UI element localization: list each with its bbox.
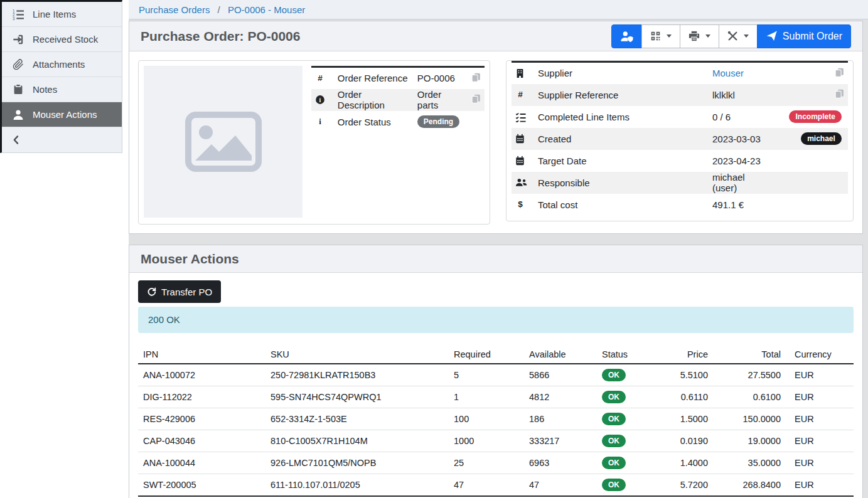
breadcrumb-link-current-order[interactable]: PO-0006 - Mouser bbox=[228, 4, 305, 15]
copy-icon[interactable] bbox=[835, 89, 844, 98]
breadcrumb: Purchase Orders / PO-0006 - Mouser bbox=[129, 0, 868, 19]
cell-ipn: RES-429006 bbox=[138, 408, 265, 430]
detail-value: PO-0006 bbox=[417, 73, 455, 83]
print-actions-button[interactable] bbox=[680, 24, 719, 48]
cell-total: 19.0000 bbox=[713, 430, 786, 452]
sidebar-item[interactable]: Mouser Actions bbox=[2, 102, 122, 127]
image-placeholder-icon bbox=[185, 112, 262, 172]
content-column: Purchase Orders / PO-0006 - Mouser Purch… bbox=[129, 0, 868, 498]
cell-total: 0.6100 bbox=[713, 386, 786, 408]
main-area: Purchase Orders / PO-0006 - Mouser Purch… bbox=[122, 0, 868, 498]
svg-text:#: # bbox=[318, 73, 323, 83]
detail-value: 0 / 6 bbox=[712, 112, 731, 122]
detail-row-icon bbox=[515, 68, 530, 78]
copy-icon[interactable] bbox=[471, 94, 481, 103]
detail-row: Supplier Mouser bbox=[512, 62, 848, 84]
cell-ipn: ANA-100044 bbox=[138, 452, 265, 474]
detail-label: Created bbox=[534, 128, 709, 150]
caret-down-icon bbox=[744, 34, 749, 38]
mouser-actions-title: Mouser Actions bbox=[141, 252, 239, 267]
col-ipn: IPN bbox=[138, 346, 265, 364]
breadcrumb-separator: / bbox=[218, 4, 220, 15]
copy-icon[interactable] bbox=[835, 68, 844, 77]
cell-price: 1.4000 bbox=[656, 452, 713, 474]
detail-label: Order Status bbox=[334, 111, 414, 133]
page-title: Purchase Order: PO-0006 bbox=[141, 29, 300, 44]
sidebar-item-label: Line Items bbox=[33, 9, 76, 19]
line-items-table: IPN SKU Required Available Status Price … bbox=[138, 346, 854, 498]
qrcode-icon bbox=[650, 31, 661, 41]
ok-badge: OK bbox=[602, 391, 626, 403]
cell-currency: EUR bbox=[786, 408, 854, 430]
detail-row: i Order Description Order parts bbox=[311, 89, 485, 111]
cell-sku: 595-SN74HCS74QPWRQ1 bbox=[265, 386, 449, 408]
sidebar-collapse-button[interactable] bbox=[2, 127, 122, 152]
cell-ipn: DIG-112022 bbox=[138, 386, 265, 408]
submit-order-button[interactable]: Submit Order bbox=[757, 24, 851, 48]
col-currency: Currency bbox=[786, 346, 854, 364]
ok-badge: OK bbox=[602, 457, 626, 469]
table-body: ANA-100072 250-72981KLRATR150B3 5 5866 O… bbox=[138, 364, 854, 496]
ok-badge: OK bbox=[602, 435, 626, 447]
detail-row: Completed Line Items 0 / 6 Incomplete bbox=[512, 106, 848, 128]
table-row: CAP-043046 810-C1005X7R1H104M 1000 33321… bbox=[138, 430, 854, 452]
cell-required: 1 bbox=[449, 386, 524, 408]
cell-sku: 810-C1005X7R1H104M bbox=[265, 430, 449, 452]
sidebar-item[interactable]: Received Stock bbox=[2, 27, 122, 52]
detail-row: # Order Reference PO-0006 bbox=[311, 67, 485, 89]
mouser-actions-panel-header: Mouser Actions bbox=[129, 245, 862, 273]
cell-available: 333217 bbox=[524, 430, 597, 452]
status-badge: Pending bbox=[417, 115, 459, 128]
sidebar-item[interactable]: Attachments bbox=[2, 52, 122, 77]
svg-text:#: # bbox=[518, 90, 523, 99]
ok-badge: OK bbox=[602, 413, 626, 425]
detail-label: Total cost bbox=[534, 194, 709, 216]
order-image-placeholder[interactable] bbox=[144, 66, 303, 218]
cell-available: 4812 bbox=[524, 386, 597, 408]
sidebar: 123 Line Items Received Stock Attachment… bbox=[0, 0, 122, 153]
detail-label: Completed Line Items bbox=[534, 106, 709, 128]
cell-sku: 250-72981KLRATR150B3 bbox=[265, 364, 449, 386]
sidebar-item-icon bbox=[10, 34, 26, 45]
cell-sku: 652-3314Z-1-503E bbox=[265, 408, 449, 430]
col-required: Required bbox=[449, 346, 524, 364]
sidebar-item[interactable]: 123 Line Items bbox=[2, 2, 122, 27]
caret-down-icon bbox=[667, 34, 672, 38]
cell-required: 25 bbox=[449, 452, 524, 474]
cell-available: 47 bbox=[524, 474, 597, 497]
cell-total: 27.5500 bbox=[713, 364, 786, 386]
cell-currency: EUR bbox=[786, 474, 854, 497]
table-row: RES-429006 652-3314Z-1-503E 100 186 OK 1… bbox=[138, 408, 854, 430]
sidebar-item[interactable]: Notes bbox=[2, 77, 122, 102]
cell-price: 5.7200 bbox=[656, 474, 713, 497]
response-alert: 200 OK bbox=[138, 307, 854, 333]
user-roles-button[interactable] bbox=[611, 24, 642, 48]
detail-row: # Supplier Reference lklklkl bbox=[512, 84, 848, 106]
cell-available: 186 bbox=[524, 408, 597, 430]
cell-currency: EUR bbox=[786, 452, 854, 474]
breadcrumb-link-purchase-orders[interactable]: Purchase Orders bbox=[139, 4, 210, 15]
detail-value: 2023-04-23 bbox=[712, 156, 761, 166]
barcode-actions-button[interactable] bbox=[641, 24, 680, 48]
paper-plane-icon bbox=[766, 30, 778, 42]
mouser-actions-panel: Mouser Actions Transfer PO 200 OK IPN SK… bbox=[129, 245, 863, 498]
svg-text:3: 3 bbox=[13, 16, 15, 20]
status-badge: Incomplete bbox=[789, 110, 841, 123]
order-actions-button[interactable] bbox=[719, 24, 758, 48]
detail-row: Responsible michael (user) bbox=[512, 172, 848, 194]
detail-row-icon: i bbox=[315, 95, 330, 105]
sidebar-item-icon bbox=[10, 84, 26, 95]
detail-row: i Order Status Pending bbox=[311, 111, 485, 133]
printer-icon bbox=[689, 31, 700, 41]
cell-total: 35.0000 bbox=[713, 452, 786, 474]
detail-value: Mouser bbox=[712, 68, 744, 78]
transfer-po-button[interactable]: Transfer PO bbox=[138, 280, 221, 303]
detail-value: michael (user) bbox=[712, 172, 745, 193]
cell-status: OK bbox=[597, 474, 656, 497]
copy-icon[interactable] bbox=[471, 73, 481, 82]
cell-total: 150.0000 bbox=[713, 408, 786, 430]
sidebar-items: 123 Line Items Received Stock Attachment… bbox=[2, 2, 122, 127]
cell-status: OK bbox=[597, 430, 656, 452]
user-shield-icon bbox=[620, 31, 633, 42]
cell-price: 0.6110 bbox=[656, 386, 713, 408]
